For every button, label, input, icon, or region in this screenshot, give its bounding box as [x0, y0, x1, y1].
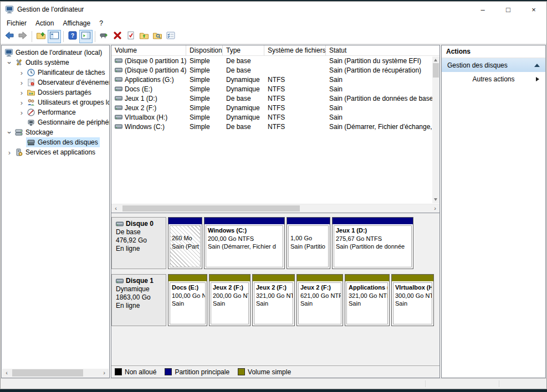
scroll-left-icon[interactable]: ‹ — [2, 369, 11, 377]
tree-node[interactable]: Planificateur de tâches — [26, 68, 106, 78]
column-header-type[interactable]: Type — [223, 45, 264, 55]
table-vertical-scrollbar[interactable] — [432, 56, 439, 203]
tree-item-planificateur-de-taches[interactable]: ›Planificateur de tâches — [2, 68, 109, 78]
back-button[interactable] — [3, 30, 16, 43]
chevron-closed-icon[interactable]: › — [17, 89, 26, 97]
tree-item-observateur-d-evenements[interactable]: ›!Observateur d'événements — [2, 78, 109, 87]
column-header-statut[interactable]: Statut — [326, 45, 439, 55]
chevron-closed-icon[interactable]: › — [17, 99, 26, 107]
table-row[interactable]: Windows (C:)SimpleDe baseNTFSSain (Démar… — [111, 122, 439, 131]
tree-node[interactable]: Performance — [26, 107, 78, 117]
tree-node[interactable]: Gestion des disques — [26, 137, 100, 147]
scrollbar-thumb[interactable] — [122, 205, 300, 212]
partition-color-bar — [205, 218, 284, 224]
title-bar: Gestion de l'ordinateur – □ × — [1, 2, 546, 17]
chevron-closed-icon[interactable]: › — [5, 148, 14, 157]
volume-icon — [115, 68, 122, 73]
show-tree-button[interactable] — [48, 30, 61, 43]
computer-icon — [4, 48, 13, 57]
collapse-icon[interactable] — [534, 64, 540, 67]
table-row[interactable]: Jeux 2 (F:)SimpleDynamiqueNTFSSain — [111, 103, 439, 112]
legend-label: Volume simple — [248, 368, 291, 376]
tree-item-services-et-applications[interactable]: ›Services et applications — [2, 147, 109, 157]
scrollbar-thumb[interactable] — [433, 63, 439, 78]
partition-applications-g[interactable]: Applications (G:)321,00 Go NTFSSain — [345, 274, 390, 326]
scroll-down-icon[interactable] — [434, 198, 437, 201]
parent-folder-button[interactable] — [34, 30, 48, 43]
properties-button[interactable] — [124, 30, 137, 43]
scroll-up-icon[interactable] — [434, 59, 437, 61]
menu-item-item[interactable]: ? — [95, 18, 108, 28]
more-actions-item[interactable]: Autres actions — [442, 72, 545, 86]
disk-info-disque-1[interactable]: Disque 1Dynamique1863,00 GoEn ligne — [111, 274, 166, 326]
partition-unnamed[interactable]: 1,00 GoSain (Partitio — [287, 217, 330, 269]
partition-jeux-2-f[interactable]: Jeux 2 (F:)321,00 Go NTFSSain — [252, 274, 295, 326]
disk-info-disque-0[interactable]: Disque 0De base476,92 GoEn ligne — [111, 217, 166, 269]
tree-node[interactable]: Outils système — [14, 58, 71, 68]
chevron-closed-icon[interactable]: › — [17, 69, 26, 77]
partition-virtualbox-h[interactable]: VIrtualbox (H:)300,00 Go NTFSSain — [391, 274, 434, 326]
maximize-button[interactable]: □ — [495, 2, 521, 17]
chevron-open-icon[interactable]: › — [5, 59, 14, 67]
tree-item-performance[interactable]: ›Performance — [2, 107, 109, 117]
tree-node[interactable]: Stockage — [14, 127, 55, 137]
tree-item-gestion-des-disques[interactable]: Gestion des disques — [2, 137, 109, 147]
table-row[interactable]: (Disque 0 partition 1)SimpleDe baseSain … — [111, 56, 439, 65]
chevron-closed-icon[interactable]: › — [17, 79, 26, 87]
tree-item-gestion-de-l-ordinateur-local[interactable]: Gestion de l'ordinateur (local) — [2, 48, 109, 58]
partition-docs-e[interactable]: Docs (E:)100,00 Go NTFSSain — [168, 274, 207, 326]
partition-strip: 260 MoSain (PartWindows (C:)200,00 Go NT… — [168, 217, 413, 269]
scrollbar-track[interactable] — [11, 369, 100, 377]
table-row[interactable]: Docs (E:)SimpleDynamiqueNTFSSain — [111, 84, 439, 94]
show-actions-button[interactable] — [79, 30, 93, 43]
table-row[interactable]: Jeux 1 (D:)SimpleDe baseNTFSSain (Partit… — [111, 94, 439, 103]
scrollbar-thumb[interactable] — [12, 369, 83, 376]
tree-item-utilisateurs-et-groupes-locaux[interactable]: ›Utilisateurs et groupes locaux — [2, 97, 109, 107]
tree-node[interactable]: !Observateur d'événements — [26, 78, 109, 87]
table-horizontal-scrollbar[interactable]: ‹ › — [111, 204, 439, 213]
help-button[interactable]: ? — [66, 30, 79, 43]
tree-item-gestionnaire-de-peripheriques[interactable]: Gestionnaire de périphériques — [2, 117, 109, 127]
scheduler-icon — [27, 68, 35, 77]
tree-node[interactable]: Utilisateurs et groupes locaux — [26, 97, 109, 107]
volume-name: Docs (E:) — [125, 85, 152, 93]
chevron-open-icon[interactable]: › — [5, 128, 14, 137]
scroll-right-icon[interactable]: › — [100, 369, 109, 377]
tree-item-dossiers-partages[interactable]: ›Dossiers partagés — [2, 87, 109, 97]
partition-windows-c[interactable]: Windows (C:)200,00 Go NTFSSain (Démarrer… — [204, 217, 285, 269]
menu-item-affichage[interactable]: Affichage — [58, 18, 95, 28]
tree-node[interactable]: Dossiers partagés — [26, 87, 93, 97]
minimize-button[interactable]: – — [470, 2, 495, 17]
table-row[interactable]: (Disque 0 partition 4)SimpleDe baseSain … — [111, 65, 439, 75]
tree-node[interactable]: Gestion de l'ordinateur (local) — [4, 48, 104, 58]
tree-horizontal-scrollbar[interactable]: ‹ › — [2, 369, 109, 377]
folder-up-button[interactable] — [137, 30, 151, 43]
column-header-systeme-de-fichiers[interactable]: Système de fichiers — [264, 45, 326, 55]
column-header-volume[interactable]: Volume — [111, 45, 186, 55]
folder-search-button[interactable] — [151, 30, 164, 43]
scroll-left-icon[interactable]: ‹ — [111, 204, 120, 213]
table-row[interactable]: VIrtualbox (H:)SimpleDynamiqueNTFSSain — [111, 112, 439, 122]
scroll-right-icon[interactable]: › — [431, 204, 439, 213]
menu-item-fichier[interactable]: Fichier — [2, 18, 31, 28]
partition-jeux-2-f[interactable]: Jeux 2 (F:)621,00 Go NTFSSain — [296, 274, 343, 326]
projector-button[interactable] — [98, 30, 111, 43]
partition-jeux-2-f[interactable]: Jeux 2 (F:)200,00 Go NTFSSain — [209, 274, 251, 326]
partition-jeux-1-d[interactable]: Jeux 1 (D:)275,67 Go NTFSSain (Partition… — [332, 217, 413, 269]
tree-item-stockage[interactable]: ›Stockage — [2, 127, 109, 137]
menu-item-action[interactable]: Action — [31, 18, 58, 28]
forward-button[interactable] — [16, 30, 29, 43]
tree-node[interactable]: Services et applications — [14, 147, 97, 157]
tree-item-outils-systeme[interactable]: ›Outils système — [2, 58, 109, 68]
partition-body: Docs (E:)100,00 Go NTFSSain — [170, 282, 206, 324]
close-button[interactable]: × — [521, 2, 546, 17]
task-list-button[interactable] — [164, 30, 177, 43]
table-row[interactable]: Applications (G:)SimpleDynamiqueNTFSSain — [111, 75, 439, 84]
column-header-disposition[interactable]: Disposition — [186, 45, 223, 55]
chevron-closed-icon[interactable]: › — [17, 109, 26, 117]
partition-size: 100,00 Go NTFS — [172, 292, 203, 300]
actions-group-disk-management[interactable]: Gestion des disques — [442, 58, 545, 72]
partition-unnamed[interactable]: 260 MoSain (Part — [168, 217, 202, 269]
tree-node[interactable]: Gestionnaire de périphériques — [26, 117, 109, 127]
delete-button[interactable] — [111, 30, 124, 43]
